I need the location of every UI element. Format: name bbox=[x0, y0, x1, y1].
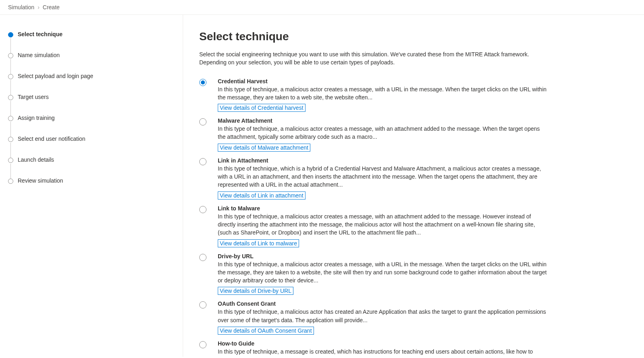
technique-title: Credential Harvest bbox=[218, 78, 548, 84]
breadcrumb-parent[interactable]: Simulation bbox=[8, 4, 34, 10]
technique-title: Malware Attachment bbox=[218, 117, 548, 124]
wizard-step-label: Select payload and login page bbox=[18, 73, 93, 79]
technique-title: OAuth Consent Grant bbox=[218, 300, 548, 307]
main-content: Select technique Select the social engin… bbox=[183, 15, 644, 357]
view-details-link[interactable]: View details of Malware attachment bbox=[218, 144, 310, 152]
view-details-link[interactable]: View details of Link in attachment bbox=[218, 191, 305, 200]
wizard-sidebar: Select techniqueName simulationSelect pa… bbox=[0, 15, 183, 357]
technique-option-body: How-to GuideIn this type of technique, a… bbox=[218, 340, 548, 357]
technique-option-body: Link to MalwareIn this type of technique… bbox=[218, 205, 548, 247]
page-intro: Select the social engineering technique … bbox=[199, 50, 553, 67]
breadcrumb: Simulation › Create bbox=[0, 0, 644, 15]
technique-description: In this type of technique, a malicious a… bbox=[218, 308, 548, 324]
radio-button[interactable] bbox=[199, 301, 206, 309]
technique-option-body: Malware AttachmentIn this type of techni… bbox=[218, 117, 548, 152]
technique-option-body: Link in AttachmentIn this type of techni… bbox=[218, 157, 548, 200]
view-details-link[interactable]: View details of Drive-by URL bbox=[218, 287, 293, 295]
chevron-right-icon: › bbox=[37, 4, 39, 10]
technique-option: Credential HarvestIn this type of techni… bbox=[199, 78, 628, 112]
wizard-step-label: Launch details bbox=[18, 156, 54, 163]
technique-description: In this type of technique, a malicious a… bbox=[218, 212, 548, 237]
step-indicator-icon bbox=[8, 116, 13, 121]
technique-option-body: Credential HarvestIn this type of techni… bbox=[218, 78, 548, 112]
step-indicator-icon bbox=[8, 179, 13, 184]
radio-button[interactable] bbox=[199, 254, 206, 261]
step-indicator-icon bbox=[8, 158, 13, 163]
wizard-step-label: Review simulation bbox=[18, 177, 63, 184]
step-indicator-icon bbox=[8, 137, 13, 142]
view-details-link[interactable]: View details of OAuth Consent Grant bbox=[218, 327, 314, 335]
wizard-step-label: Name simulation bbox=[18, 52, 60, 58]
technique-description: In this type of technique, a message is … bbox=[218, 348, 548, 357]
wizard-step-label: Select technique bbox=[18, 31, 62, 37]
technique-option-body: Drive-by URLIn this type of technique, a… bbox=[218, 253, 548, 295]
technique-option: How-to GuideIn this type of technique, a… bbox=[199, 340, 628, 357]
step-indicator-icon bbox=[8, 74, 13, 79]
technique-option-body: OAuth Consent GrantIn this type of techn… bbox=[218, 300, 548, 335]
wizard-step-label: Assign training bbox=[18, 115, 55, 121]
radio-button[interactable] bbox=[199, 118, 206, 126]
technique-option: OAuth Consent GrantIn this type of techn… bbox=[199, 300, 628, 335]
technique-option: Malware AttachmentIn this type of techni… bbox=[199, 117, 628, 152]
wizard-step[interactable]: Select technique bbox=[8, 31, 175, 37]
technique-title: How-to Guide bbox=[218, 340, 548, 347]
technique-description: In this type of technique, a malicious a… bbox=[218, 85, 548, 102]
page-title: Select technique bbox=[199, 30, 628, 43]
technique-option: Drive-by URLIn this type of technique, a… bbox=[199, 253, 628, 295]
step-indicator-icon bbox=[8, 95, 13, 100]
technique-title: Drive-by URL bbox=[218, 253, 548, 259]
technique-title: Link in Attachment bbox=[218, 157, 548, 164]
wizard-step[interactable]: Name simulation bbox=[8, 52, 175, 58]
wizard-step[interactable]: Assign training bbox=[8, 115, 175, 121]
technique-description: In this type of technique, which is a hy… bbox=[218, 165, 548, 189]
technique-option: Link to MalwareIn this type of technique… bbox=[199, 205, 628, 247]
radio-button[interactable] bbox=[199, 158, 206, 165]
radio-button[interactable] bbox=[199, 79, 206, 86]
wizard-step[interactable]: Target users bbox=[8, 94, 175, 100]
technique-description: In this type of technique, a malicious a… bbox=[218, 260, 548, 285]
step-indicator-icon bbox=[8, 32, 13, 37]
wizard-step-label: Target users bbox=[18, 94, 49, 100]
wizard-step[interactable]: Select payload and login page bbox=[8, 73, 175, 79]
view-details-link[interactable]: View details of Credential harvest bbox=[218, 104, 305, 112]
wizard-step[interactable]: Launch details bbox=[8, 156, 175, 163]
view-details-link[interactable]: View details of Link to malware bbox=[218, 239, 299, 247]
step-indicator-icon bbox=[8, 53, 13, 58]
wizard-step-label: Select end user notification bbox=[18, 136, 85, 142]
wizard-step[interactable]: Select end user notification bbox=[8, 136, 175, 142]
technique-title: Link to Malware bbox=[218, 205, 548, 212]
technique-description: In this type of technique, a malicious a… bbox=[218, 125, 548, 141]
breadcrumb-current: Create bbox=[43, 4, 60, 10]
radio-button[interactable] bbox=[199, 341, 206, 348]
radio-button[interactable] bbox=[199, 206, 206, 213]
wizard-step[interactable]: Review simulation bbox=[8, 177, 175, 184]
technique-option: Link in AttachmentIn this type of techni… bbox=[199, 157, 628, 200]
